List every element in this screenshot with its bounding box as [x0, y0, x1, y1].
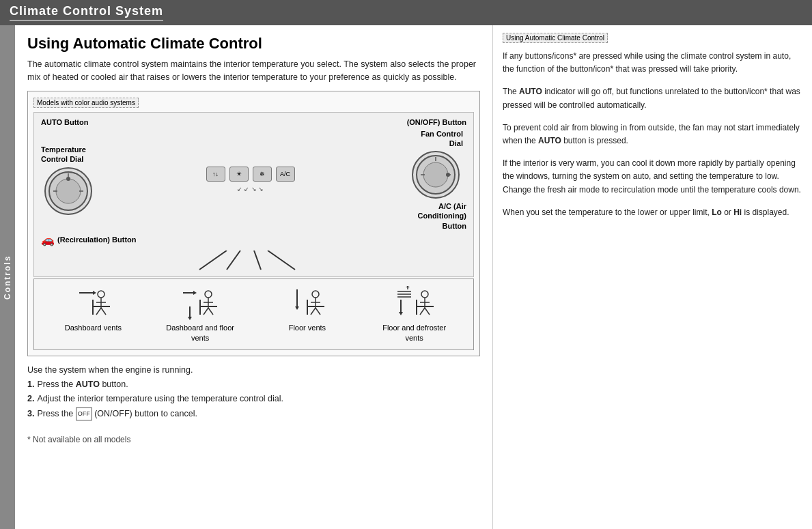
right-content: Using Automatic Climate Control If any b…: [493, 25, 812, 529]
floor-defroster-vents-icon: [394, 286, 435, 320]
vent-label-floor-defroster: Floor and defroster vents: [374, 323, 456, 344]
ctrl-btn-4[interactable]: A/C: [276, 167, 295, 182]
dashboard-floor-vents-icon: [180, 286, 221, 320]
floor-vents-icon: [287, 286, 328, 320]
steps-intro: Use the system when the engine is runnin…: [27, 363, 480, 377]
svg-marker-51: [399, 312, 403, 315]
car-icon: 🚗: [41, 233, 55, 246]
step-2-text: Adjust the interior temperature using th…: [37, 392, 283, 406]
fan-dial[interactable]: [412, 151, 460, 199]
svg-point-29: [205, 291, 212, 298]
step-1-num: 1.: [27, 377, 34, 392]
svg-line-14: [254, 251, 261, 270]
fan-dial-label: Fan Control Dial: [408, 129, 463, 149]
svg-marker-17: [93, 291, 96, 295]
onoff-icon: OFF: [76, 408, 92, 420]
step-2: 2. Adjust the interior temperature using…: [27, 392, 480, 406]
main-container: Controls Using Automatic Climate Control…: [0, 25, 812, 529]
temp-dial-label: Temperature Control Dial: [41, 145, 96, 165]
svg-point-1: [56, 179, 81, 203]
vent-icons-row: Dashboard vents: [33, 278, 474, 350]
svg-marker-49: [406, 286, 410, 287]
right-paragraph-5: When you set the temperature to the lowe…: [503, 206, 802, 219]
step-2-num: 2.: [27, 392, 34, 406]
diagram-box: Models with color audio systems AUTO But…: [27, 91, 480, 356]
diagram-label: Models with color audio systems: [33, 98, 139, 108]
vent-label-dashboard: Dashboard vents: [65, 323, 122, 333]
ctrl-btn-3[interactable]: ❄: [253, 167, 272, 182]
svg-line-15: [268, 251, 295, 270]
page-title: Using Automatic Climate Control: [27, 35, 480, 53]
control-panel: AUTO Button (ON/OFF) Button Temperature …: [33, 112, 474, 277]
arrow-lines: [41, 251, 466, 271]
svg-marker-37: [295, 306, 299, 310]
panel-center: Temperature Control Dial: [41, 129, 466, 231]
svg-line-55: [420, 308, 425, 315]
control-buttons-row: ↑↓ ☀ ❄ A/C: [206, 167, 295, 182]
panel-middle-controls: ↑↓ ☀ ❄ A/C ↙ ↙ ↘ ↘: [100, 167, 401, 192]
step-1: 1. Press the AUTO button.: [27, 377, 480, 392]
dashboard-vents-icon: [72, 286, 113, 320]
svg-line-21: [96, 308, 101, 315]
ac-button-label: A/C (Air Conditioning) Button: [405, 201, 466, 231]
svg-line-33: [208, 308, 213, 315]
step-3: 3. Press the OFF (ON/OFF) button to canc…: [27, 407, 480, 421]
svg-line-22: [101, 308, 106, 315]
svg-line-56: [425, 308, 430, 315]
vent-label-dashboard-floor: Dashboard and floor vents: [159, 323, 241, 344]
step-3-text: Press the OFF (ON/OFF) button to cancel.: [37, 407, 197, 421]
right-paragraph-2: The AUTO indicator will go off, but func…: [503, 85, 802, 111]
right-section-title: Using Automatic Climate Control: [503, 33, 608, 43]
vent-item-floor: Floor vents: [266, 286, 348, 344]
right-paragraph-1: If any buttons/icons* are pressed while …: [503, 50, 802, 76]
step-1-text: Press the AUTO button.: [37, 377, 128, 392]
header-bar: Climate Control System: [0, 0, 812, 25]
vent-label-floor: Floor vents: [289, 323, 326, 333]
svg-line-13: [227, 251, 240, 270]
right-paragraph-3: To prevent cold air from blowing in from…: [503, 121, 802, 147]
vent-item-floor-defroster: Floor and defroster vents: [374, 286, 456, 344]
auto-button-label: AUTO Button: [41, 118, 88, 126]
step-3-num: 3.: [27, 407, 34, 421]
svg-point-38: [312, 291, 319, 298]
diagram-main: AUTO Button (ON/OFF) Button Temperature …: [33, 112, 474, 350]
panel-labels-top: AUTO Button (ON/OFF) Button: [41, 118, 466, 126]
svg-line-42: [316, 308, 320, 315]
svg-line-41: [311, 308, 316, 315]
ctrl-btn-1[interactable]: ↑↓: [206, 167, 225, 182]
svg-point-18: [98, 291, 104, 298]
ctrl-btn-2[interactable]: ☀: [229, 167, 249, 182]
svg-marker-28: [188, 317, 192, 320]
vent-item-dashboard: Dashboard vents: [52, 286, 134, 344]
svg-marker-26: [193, 291, 197, 295]
intro-text: The automatic climate control system mai…: [27, 58, 480, 84]
sidebar-tab: Controls: [0, 25, 15, 529]
svg-point-7: [423, 162, 448, 187]
left-content: Using Automatic Climate Control The auto…: [15, 25, 493, 529]
svg-line-12: [199, 251, 227, 270]
recirc-section: 🚗 (Recirculation) Button: [41, 233, 466, 246]
vent-item-dashboard-floor: Dashboard and floor vents: [159, 286, 241, 344]
vent-arrows: ↙ ↙ ↘ ↘: [237, 186, 264, 192]
right-paragraph-4: If the interior is very warm, you can co…: [503, 157, 802, 197]
svg-line-32: [204, 308, 208, 315]
temp-dial[interactable]: [44, 167, 92, 215]
steps-section: Use the system when the engine is runnin…: [27, 363, 480, 421]
recirc-button-label: (Recirculation) Button: [57, 235, 137, 244]
footnote: * Not available on all models: [27, 435, 480, 444]
svg-point-52: [421, 291, 428, 298]
header-title: Climate Control System: [10, 4, 163, 21]
onoff-button-label: (ON/OFF) Button: [407, 118, 466, 126]
